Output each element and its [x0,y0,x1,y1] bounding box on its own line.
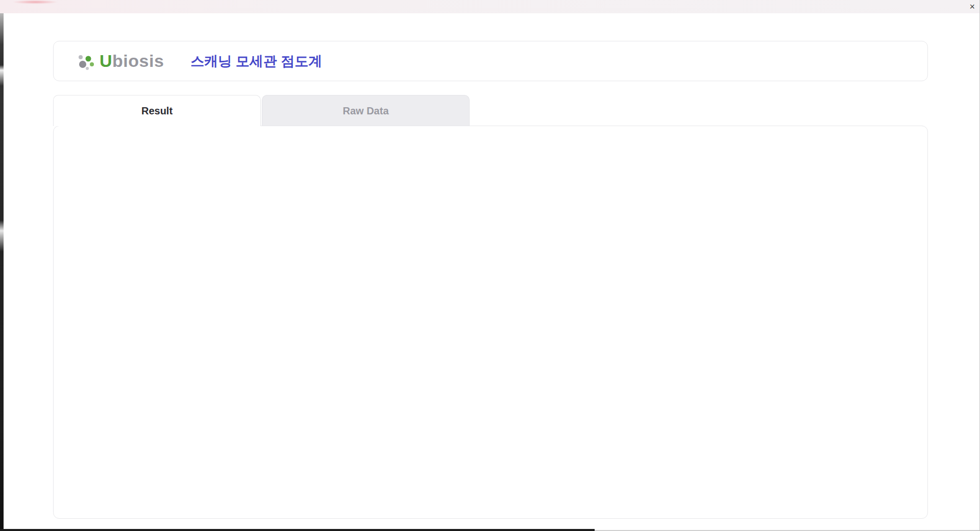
ubiosis-logo-dots-icon [76,50,96,73]
brand-u: U [100,51,112,70]
result-panel [53,126,928,519]
page-title: 스캐닝 모세관 점도계 [190,52,322,70]
tab-raw-data[interactable]: Raw Data [262,95,470,126]
app-window: × Ubiosis 스캐닝 모세관 점도계 Result Raw Data i … [0,0,980,531]
header-card: Ubiosis 스캐닝 모세관 점도계 [53,41,928,81]
tab-result[interactable]: Result [53,95,261,126]
titlebar-accent [12,0,58,4]
brand-rest: biosis [112,51,164,70]
ubiosis-logo: Ubiosis [76,50,164,73]
background-window-edge [0,13,4,531]
close-icon[interactable]: × [969,1,975,12]
window-titlebar: × [0,0,980,13]
brand-text: Ubiosis [100,51,164,71]
background-window-bottom-edge [0,529,595,531]
